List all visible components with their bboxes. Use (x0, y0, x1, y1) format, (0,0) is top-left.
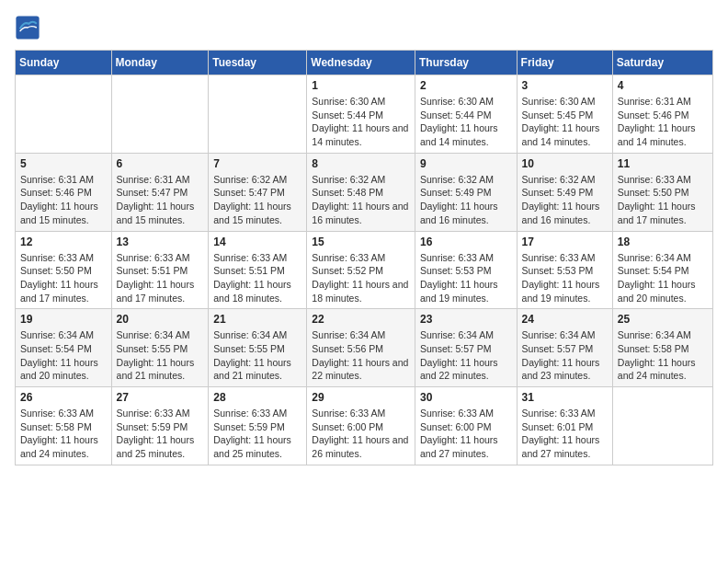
weekday-header-sunday: Sunday (16, 51, 112, 75)
calendar-table: SundayMondayTuesdayWednesdayThursdayFrid… (15, 50, 713, 465)
day-number: 15 (312, 236, 410, 248)
calendar-cell: 16Sunrise: 6:33 AM Sunset: 5:53 PM Dayli… (415, 231, 517, 309)
day-info: Sunrise: 6:30 AM Sunset: 5:45 PM Dayligh… (522, 95, 608, 149)
day-info: Sunrise: 6:34 AM Sunset: 5:56 PM Dayligh… (312, 328, 410, 383)
day-info: Sunrise: 6:33 AM Sunset: 5:50 PM Dayligh… (618, 173, 708, 227)
calendar-cell: 28Sunrise: 6:33 AM Sunset: 5:59 PM Dayli… (209, 387, 307, 465)
day-info: Sunrise: 6:33 AM Sunset: 5:53 PM Dayligh… (420, 251, 512, 305)
day-number: 1 (312, 79, 410, 92)
day-number: 12 (20, 236, 107, 248)
day-number: 3 (522, 79, 608, 92)
day-number: 13 (117, 236, 204, 248)
day-number: 24 (522, 313, 608, 326)
weekday-header-tuesday: Tuesday (209, 51, 307, 75)
day-info: Sunrise: 6:34 AM Sunset: 5:57 PM Dayligh… (522, 328, 608, 383)
weekday-header-wednesday: Wednesday (307, 51, 415, 75)
logo-icon (15, 15, 40, 40)
calendar-cell: 15Sunrise: 6:33 AM Sunset: 5:52 PM Dayli… (307, 231, 415, 309)
day-number: 21 (213, 313, 301, 326)
day-number: 23 (420, 313, 512, 326)
day-info: Sunrise: 6:30 AM Sunset: 5:44 PM Dayligh… (312, 95, 410, 149)
weekday-header-thursday: Thursday (415, 51, 517, 75)
day-number: 8 (312, 157, 410, 170)
day-number: 17 (522, 236, 608, 248)
day-number: 16 (420, 236, 512, 248)
calendar-cell: 27Sunrise: 6:33 AM Sunset: 5:59 PM Dayli… (111, 387, 209, 465)
calendar-week-2: 5Sunrise: 6:31 AM Sunset: 5:46 PM Daylig… (16, 153, 713, 231)
day-info: Sunrise: 6:33 AM Sunset: 5:50 PM Dayligh… (20, 251, 107, 305)
day-number: 6 (117, 157, 204, 170)
day-info: Sunrise: 6:33 AM Sunset: 6:01 PM Dayligh… (522, 407, 608, 461)
calendar-cell: 31Sunrise: 6:33 AM Sunset: 6:01 PM Dayli… (517, 387, 612, 465)
day-number: 5 (20, 157, 107, 170)
calendar-cell: 25Sunrise: 6:34 AM Sunset: 5:58 PM Dayli… (612, 309, 712, 387)
weekday-header-friday: Friday (517, 51, 612, 75)
day-info: Sunrise: 6:34 AM Sunset: 5:54 PM Dayligh… (20, 328, 107, 383)
day-number: 14 (213, 236, 301, 248)
calendar-cell: 19Sunrise: 6:34 AM Sunset: 5:54 PM Dayli… (16, 309, 112, 387)
day-number: 22 (312, 313, 410, 326)
day-number: 9 (420, 157, 512, 170)
day-info: Sunrise: 6:33 AM Sunset: 6:00 PM Dayligh… (420, 407, 512, 461)
calendar-cell: 23Sunrise: 6:34 AM Sunset: 5:57 PM Dayli… (415, 309, 517, 387)
calendar-cell: 1Sunrise: 6:30 AM Sunset: 5:44 PM Daylig… (307, 75, 415, 154)
day-info: Sunrise: 6:32 AM Sunset: 5:47 PM Dayligh… (213, 173, 301, 227)
day-info: Sunrise: 6:31 AM Sunset: 5:46 PM Dayligh… (618, 95, 708, 149)
day-number: 31 (522, 391, 608, 404)
calendar-cell: 3Sunrise: 6:30 AM Sunset: 5:45 PM Daylig… (517, 75, 612, 154)
calendar-cell: 10Sunrise: 6:32 AM Sunset: 5:49 PM Dayli… (517, 153, 612, 231)
day-number: 26 (20, 391, 107, 404)
calendar-week-4: 19Sunrise: 6:34 AM Sunset: 5:54 PM Dayli… (16, 309, 713, 387)
day-number: 25 (618, 313, 708, 326)
calendar-cell: 21Sunrise: 6:34 AM Sunset: 5:55 PM Dayli… (209, 309, 307, 387)
calendar-cell: 7Sunrise: 6:32 AM Sunset: 5:47 PM Daylig… (209, 153, 307, 231)
day-number: 10 (522, 157, 608, 170)
calendar-cell: 11Sunrise: 6:33 AM Sunset: 5:50 PM Dayli… (612, 153, 712, 231)
day-info: Sunrise: 6:33 AM Sunset: 5:58 PM Dayligh… (20, 407, 107, 461)
calendar-cell: 26Sunrise: 6:33 AM Sunset: 5:58 PM Dayli… (16, 387, 112, 465)
day-number: 7 (213, 157, 301, 170)
calendar-cell (612, 387, 712, 465)
day-number: 11 (618, 157, 708, 170)
day-info: Sunrise: 6:33 AM Sunset: 5:59 PM Dayligh… (213, 407, 301, 461)
day-info: Sunrise: 6:33 AM Sunset: 5:53 PM Dayligh… (522, 251, 608, 305)
day-info: Sunrise: 6:32 AM Sunset: 5:49 PM Dayligh… (420, 173, 512, 227)
calendar-cell: 20Sunrise: 6:34 AM Sunset: 5:55 PM Dayli… (111, 309, 209, 387)
day-number: 4 (618, 79, 708, 92)
day-info: Sunrise: 6:33 AM Sunset: 5:51 PM Dayligh… (213, 251, 301, 305)
calendar-cell: 4Sunrise: 6:31 AM Sunset: 5:46 PM Daylig… (612, 75, 712, 154)
calendar-week-5: 26Sunrise: 6:33 AM Sunset: 5:58 PM Dayli… (16, 387, 713, 465)
day-info: Sunrise: 6:34 AM Sunset: 5:55 PM Dayligh… (213, 328, 301, 383)
calendar-cell: 8Sunrise: 6:32 AM Sunset: 5:48 PM Daylig… (307, 153, 415, 231)
calendar-cell: 24Sunrise: 6:34 AM Sunset: 5:57 PM Dayli… (517, 309, 612, 387)
day-info: Sunrise: 6:34 AM Sunset: 5:58 PM Dayligh… (618, 328, 708, 383)
logo (15, 15, 44, 40)
day-number: 29 (312, 391, 410, 404)
calendar-cell: 13Sunrise: 6:33 AM Sunset: 5:51 PM Dayli… (111, 231, 209, 309)
calendar-week-3: 12Sunrise: 6:33 AM Sunset: 5:50 PM Dayli… (16, 231, 713, 309)
calendar-cell: 9Sunrise: 6:32 AM Sunset: 5:49 PM Daylig… (415, 153, 517, 231)
calendar-cell (111, 75, 209, 154)
calendar-cell: 12Sunrise: 6:33 AM Sunset: 5:50 PM Dayli… (16, 231, 112, 309)
day-info: Sunrise: 6:33 AM Sunset: 5:59 PM Dayligh… (117, 407, 204, 461)
calendar-week-1: 1Sunrise: 6:30 AM Sunset: 5:44 PM Daylig… (16, 75, 713, 154)
day-info: Sunrise: 6:34 AM Sunset: 5:54 PM Dayligh… (618, 251, 708, 305)
calendar-cell: 18Sunrise: 6:34 AM Sunset: 5:54 PM Dayli… (612, 231, 712, 309)
calendar-cell: 29Sunrise: 6:33 AM Sunset: 6:00 PM Dayli… (307, 387, 415, 465)
weekday-header-monday: Monday (111, 51, 209, 75)
day-number: 18 (618, 236, 708, 248)
calendar-cell: 14Sunrise: 6:33 AM Sunset: 5:51 PM Dayli… (209, 231, 307, 309)
calendar-cell: 22Sunrise: 6:34 AM Sunset: 5:56 PM Dayli… (307, 309, 415, 387)
day-info: Sunrise: 6:30 AM Sunset: 5:44 PM Dayligh… (420, 95, 512, 149)
calendar-cell (209, 75, 307, 154)
page-header (15, 15, 713, 40)
calendar-cell: 30Sunrise: 6:33 AM Sunset: 6:00 PM Dayli… (415, 387, 517, 465)
day-number: 30 (420, 391, 512, 404)
day-number: 2 (420, 79, 512, 92)
day-number: 20 (117, 313, 204, 326)
day-info: Sunrise: 6:33 AM Sunset: 6:00 PM Dayligh… (312, 407, 410, 461)
calendar-cell: 2Sunrise: 6:30 AM Sunset: 5:44 PM Daylig… (415, 75, 517, 154)
day-number: 28 (213, 391, 301, 404)
day-info: Sunrise: 6:33 AM Sunset: 5:51 PM Dayligh… (117, 251, 204, 305)
day-info: Sunrise: 6:31 AM Sunset: 5:46 PM Dayligh… (20, 173, 107, 227)
